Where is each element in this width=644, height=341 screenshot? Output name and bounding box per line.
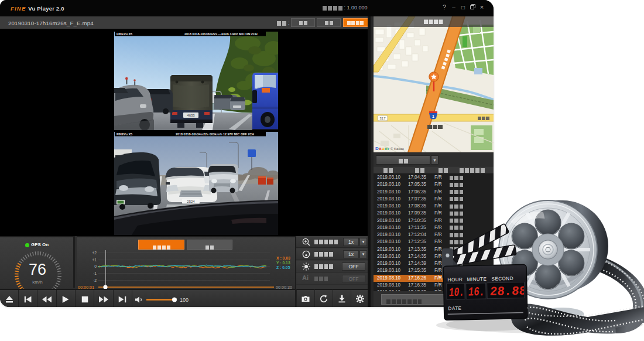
svg-text:Z : 0.05: Z : 0.05 bbox=[276, 265, 290, 270]
svg-text:SECOND: SECOND bbox=[491, 276, 513, 282]
svg-text:10.: 10. bbox=[448, 285, 465, 300]
svg-text:16.: 16. bbox=[468, 285, 485, 299]
svg-text:317: 317 bbox=[379, 117, 386, 120]
svg-text:100: 100 bbox=[180, 297, 189, 303]
svg-text:+2: +2 bbox=[92, 251, 97, 255]
svg-text:FINEVu X5: FINEVu X5 bbox=[117, 32, 132, 36]
svg-text:X : 0.03: X : 0.03 bbox=[276, 256, 290, 260]
svg-text:HOUR: HOUR bbox=[447, 277, 463, 283]
svg-text:1: 1 bbox=[432, 114, 434, 118]
svg-text:-1: -1 bbox=[93, 271, 97, 275]
svg-text:m: m bbox=[385, 146, 389, 151]
svg-text:28.88: 28.88 bbox=[489, 284, 527, 298]
svg-text:2018 0318-10h36m22s ---km/h: 2018 0318-10h36m22s ---km/h 3.90V MIC ON… bbox=[184, 32, 258, 36]
svg-text:4633: 4633 bbox=[187, 114, 195, 117]
svg-text:+1: +1 bbox=[92, 258, 97, 262]
svg-text:FINEVu X5: FINEVu X5 bbox=[117, 132, 132, 136]
svg-text:-2: -2 bbox=[93, 278, 97, 282]
svg-text:0: 0 bbox=[94, 264, 97, 268]
svg-text:Y : 0.13: Y : 0.13 bbox=[276, 261, 290, 265]
svg-text:DATE: DATE bbox=[448, 306, 461, 311]
svg-text:2018 0318-10h34m22s 003km/h: 2018 0318-10h34m22s 003km/h 12.97V MIC O… bbox=[176, 132, 254, 136]
svg-text:MINUTE: MINUTE bbox=[467, 277, 487, 282]
svg-text:2524: 2524 bbox=[187, 200, 195, 203]
svg-text:© Kakao: © Kakao bbox=[390, 147, 405, 151]
